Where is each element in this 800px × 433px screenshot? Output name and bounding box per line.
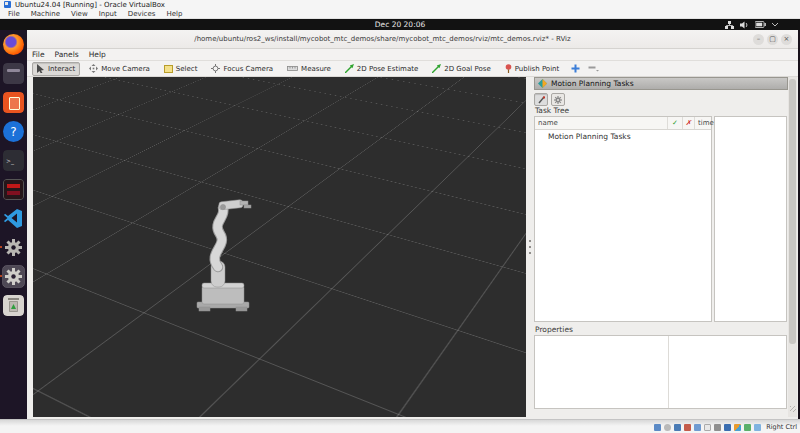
column-time[interactable]: time <box>695 117 711 129</box>
rviz-menubar: File Panels Help <box>27 49 798 61</box>
publish-point-tool-button[interactable]: Publish Point <box>500 62 565 76</box>
remove-tool-button[interactable] <box>586 63 600 75</box>
terminal-icon: >_ <box>3 150 24 171</box>
gnome-topbar: Dec 20 20:06 <box>0 19 800 30</box>
resize-grip[interactable] <box>790 406 796 412</box>
rviz-titlebar[interactable]: /home/ubuntu/ros2_ws/install/mycobot_mtc… <box>27 30 798 49</box>
move-camera-tool-button[interactable]: Move Camera <box>84 62 154 76</box>
ground-grid <box>33 77 526 417</box>
hdd-icon[interactable] <box>654 424 661 431</box>
green-arrow-icon <box>432 64 441 73</box>
gear-icon <box>3 266 24 287</box>
desktop: ? >_ /home/ubuntu/ros2_ws/install/mycobo… <box>0 30 800 419</box>
virtualbox-window: Ubuntu24.04 [Running] - Oracle VirtualBo… <box>0 0 800 433</box>
dock-item-trash[interactable] <box>3 295 24 316</box>
gear-icon <box>3 237 24 258</box>
dock-item-help[interactable]: ? <box>3 121 24 142</box>
ruler-icon <box>287 65 298 72</box>
dock-item-terminal[interactable]: >_ <box>3 150 24 171</box>
properties-pane[interactable] <box>534 335 787 409</box>
firefox-icon <box>3 34 24 55</box>
plus-icon <box>571 64 580 73</box>
rviz-menu-file[interactable]: File <box>32 50 45 59</box>
host-key-hint: Right Ctrl <box>766 423 797 431</box>
shared-folders-icon[interactable] <box>704 424 711 431</box>
recording-icon[interactable] <box>724 424 731 431</box>
rviz-toolbar: Interact Move Camera Select Focus Camera… <box>27 61 798 77</box>
marker-pen-icon <box>538 96 545 104</box>
properties-divider <box>668 336 669 408</box>
display-icon[interactable] <box>714 424 721 431</box>
dock-item-ubuntu-software[interactable] <box>3 92 24 113</box>
volume-icon <box>740 21 749 29</box>
column-name[interactable]: name <box>535 117 668 129</box>
vbox-menu-machine[interactable]: Machine <box>31 10 60 18</box>
vbox-menu-input[interactable]: Input <box>99 10 117 18</box>
column-success-icon[interactable]: ✓ <box>668 117 683 129</box>
features-icon[interactable] <box>734 424 741 431</box>
measure-tool-button[interactable]: Measure <box>282 62 336 76</box>
gear-icon <box>554 96 562 104</box>
task-tree-header[interactable]: name ✓ ✗ time <box>535 117 711 130</box>
close-button[interactable]: × <box>781 34 792 45</box>
dock-item-firefox[interactable] <box>3 34 24 55</box>
keyboard-icon[interactable] <box>754 424 761 431</box>
focus-crosshair-icon <box>211 64 220 73</box>
minus-icon <box>588 64 599 73</box>
viewport-panel-splitter[interactable] <box>526 77 534 417</box>
maximize-button[interactable]: ▢ <box>767 34 778 45</box>
ubuntu-software-icon <box>3 92 24 113</box>
vbox-menu-file[interactable]: File <box>8 10 20 18</box>
dock-item-media-player[interactable] <box>3 179 24 200</box>
goal-pose-tool-button[interactable]: 2D Goal Pose <box>427 62 495 76</box>
mouse-integration-icon[interactable] <box>744 424 751 431</box>
panel-toolbar <box>534 93 565 106</box>
panel-scrollbar[interactable] <box>788 77 797 417</box>
splitter-handle <box>529 240 531 254</box>
dock-item-vscode[interactable] <box>3 208 24 229</box>
solutions-pane[interactable] <box>714 116 787 322</box>
vbox-menu-view[interactable]: View <box>71 10 88 18</box>
exec-solution-button[interactable] <box>534 93 548 106</box>
vbox-menubar: File Machine View Input Devices Help <box>0 9 800 19</box>
gnome-clock[interactable]: Dec 20 20:06 <box>0 20 800 29</box>
focus-camera-tool-button[interactable]: Focus Camera <box>206 62 278 76</box>
ubuntu-dock: ? >_ <box>0 30 27 419</box>
cursor-icon <box>37 64 45 73</box>
usb-icon[interactable] <box>694 424 701 431</box>
vbox-menu-devices[interactable]: Devices <box>128 10 156 18</box>
column-failure-icon[interactable]: ✗ <box>683 117 695 129</box>
vbox-status-icons: Right Ctrl <box>654 422 797 432</box>
scrollbar-thumb[interactable] <box>789 79 796 344</box>
network-icon <box>725 21 734 29</box>
minimize-button[interactable]: – <box>753 34 764 45</box>
running-indicator-dot <box>0 246 2 248</box>
robot-arm[interactable] <box>181 195 261 313</box>
dock-item-files[interactable] <box>3 63 24 84</box>
pose-estimate-tool-button[interactable]: 2D Pose Estimate <box>340 62 423 76</box>
pin-icon <box>505 64 512 73</box>
running-indicator-dot <box>0 275 2 277</box>
vbox-menu-help[interactable]: Help <box>166 10 182 18</box>
select-tool-button[interactable]: Select <box>159 62 203 76</box>
task-tree-table[interactable]: name ✓ ✗ time Motion Planning Tasks <box>534 116 712 322</box>
rviz-menu-panels[interactable]: Panels <box>55 50 79 59</box>
dock-item-settings[interactable] <box>3 237 24 258</box>
audio-icon[interactable] <box>674 424 681 431</box>
recycle-symbol <box>11 304 16 309</box>
rviz-menu-help[interactable]: Help <box>89 50 106 59</box>
panel-settings-button[interactable] <box>551 93 565 106</box>
help-icon: ? <box>3 121 24 142</box>
gnome-system-tray[interactable] <box>725 20 778 29</box>
dock-item-settings-active[interactable] <box>3 266 24 287</box>
3d-viewport[interactable] <box>33 77 526 417</box>
task-tree-row[interactable]: Motion Planning Tasks <box>535 130 711 142</box>
virtualbox-logo-icon <box>4 1 11 8</box>
optical-disk-icon[interactable] <box>664 424 671 431</box>
network-adapter-icon[interactable] <box>684 424 691 431</box>
vbox-statusbar: Right Ctrl <box>0 419 800 433</box>
add-tool-button[interactable] <box>568 63 582 75</box>
interact-tool-button[interactable]: Interact <box>32 62 80 76</box>
rviz-window-title: /home/ubuntu/ros2_ws/install/mycobot_mtc… <box>27 35 738 43</box>
motion-planning-tasks-header[interactable]: Motion Planning Tasks <box>534 77 788 90</box>
